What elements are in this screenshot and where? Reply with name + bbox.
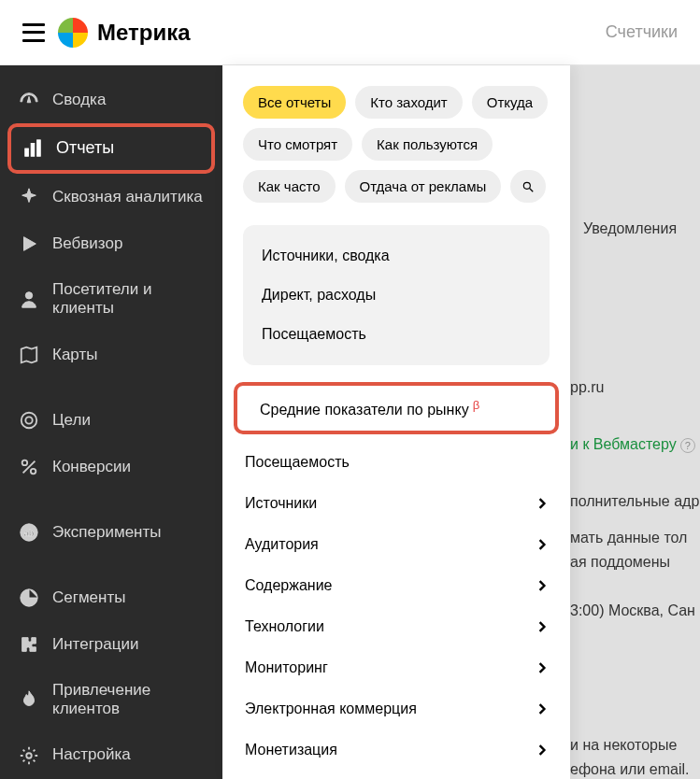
chip-all-reports[interactable]: Все отчеты [243,86,346,119]
chip-ad-return[interactable]: Отдача от рекламы [345,170,502,203]
report-label: Средние показатели по рынкуβ [260,398,479,418]
svg-point-6 [22,460,28,465]
svg-point-12 [524,182,531,189]
report-label: Монетизация [245,742,337,758]
puzzle-icon [19,634,39,655]
sidebar: Сводка Отчеты Сквозная аналитика Вебвизо… [0,65,222,779]
reports-popover: Все отчеты Кто заходит Откуда Что смотря… [222,65,570,779]
chip-how-used[interactable]: Как пользуются [362,128,493,161]
sidebar-item-goals[interactable]: Цели [0,397,222,444]
chip-what-viewed[interactable]: Что смотрят [243,128,352,161]
report-label: Мониторинг [245,659,328,676]
sidebar-item-acquisition[interactable]: Привлечение клиентов [0,668,222,732]
gear-icon [19,745,39,766]
sidebar-item-label: Посетители и клиенты [52,280,204,319]
fav-report-traffic[interactable]: Посещаемость [243,315,550,354]
sidebar-item-label: Цели [52,411,91,430]
svg-rect-1 [31,144,35,157]
sidebar-item-label: Карты [52,346,97,364]
sidebar-item-reports[interactable]: Отчеты [11,127,211,170]
sparkle-icon [19,187,39,207]
report-label: Источники [245,495,317,512]
target-icon [19,410,39,431]
sidebar-item-integrations[interactable]: Интеграции [0,621,222,668]
svg-text:ab: ab [24,528,35,537]
report-label: Аудитория [245,536,319,553]
counters-link[interactable]: Счетчики [606,22,678,42]
fav-report-direct[interactable]: Директ, расходы [243,276,550,315]
background-dimmed-content: Уведомления pp.ru и к Вебмастеру? полнит… [570,65,700,779]
bg-domain: pp.ru [570,379,604,396]
sidebar-item-maps[interactable]: Карты [0,332,222,378]
chip-from-where[interactable]: Откуда [472,86,548,119]
report-row-audience[interactable]: Аудитория [222,524,570,565]
chip-search[interactable] [510,170,546,203]
bg-notify1: и на некоторые [570,737,677,754]
topbar: Метрика Счетчики [0,0,700,65]
sidebar-item-webvisor[interactable]: Вебвизор [0,220,222,267]
chip-who-visits[interactable]: Кто заходит [355,86,463,119]
flame-icon [19,689,39,710]
sidebar-item-visitors[interactable]: Посетители и клиенты [0,267,222,332]
search-icon [521,180,535,193]
svg-rect-2 [37,140,41,156]
main-area: Сводка Отчеты Сквозная аналитика Вебвизо… [0,65,700,779]
report-row-technology[interactable]: Технологии [222,606,570,647]
sidebar-item-label: Сегменты [52,588,125,607]
report-row-monetization[interactable]: Монетизация [222,729,570,771]
brand-logo-icon [58,18,88,48]
sidebar-item-label: Отчеты [56,138,114,159]
bg-addr: полнительные адр [570,493,699,510]
sidebar-item-label: Конверсии [52,458,131,476]
sidebar-item-label: Интеграции [52,635,139,654]
percent-icon [19,457,39,477]
report-row-content[interactable]: Содержание [222,565,570,606]
bars-icon [22,138,43,159]
chevron-right-icon [536,744,548,756]
svg-line-8 [23,460,36,473]
bg-notify2: ефона или email. Г [570,761,700,779]
ab-icon: ab [19,522,39,543]
svg-point-7 [31,469,36,474]
sidebar-item-label: Вебвизор [52,234,122,253]
report-row-monitoring[interactable]: Мониторинг [222,647,570,688]
bg-data-only: мать данные тол [570,530,687,546]
chevron-right-icon [536,662,548,673]
sidebar-item-label: Привлечение клиентов [52,681,204,719]
bg-webmaster: и к Вебмастеру? [570,436,695,453]
sidebar-item-summary[interactable]: Сводка [0,77,222,123]
report-label: Электронная коммерция [245,701,417,717]
svg-point-4 [21,413,37,429]
sidebar-item-experiments[interactable]: ab Эксперименты [0,509,222,556]
report-row-traffic[interactable]: Посещаемость [222,442,570,483]
brand-logo[interactable]: Метрика [58,18,191,48]
person-icon [19,289,39,309]
sidebar-item-endtoend[interactable]: Сквозная аналитика [0,174,222,220]
sidebar-item-label: Эксперименты [52,523,162,542]
sidebar-item-segments[interactable]: Сегменты [0,574,222,621]
chip-how-often[interactable]: Как часто [243,170,336,203]
gauge-icon [19,90,39,110]
menu-burger-icon[interactable] [22,23,45,42]
sidebar-item-conversions[interactable]: Конверсии [0,444,222,490]
favorite-reports-box: Источники, сводка Директ, расходы Посеща… [243,225,550,365]
chevron-right-icon [536,498,548,509]
sidebar-item-settings[interactable]: Настройка [0,732,222,779]
bg-subdomains: ая поддомены [570,554,670,571]
play-icon [19,234,39,254]
report-row-market-avg[interactable]: Средние показатели по рынкуβ [237,386,555,431]
chevron-right-icon [536,539,548,550]
report-row-sources[interactable]: Источники [222,483,570,524]
sidebar-item-label: Сквозная аналитика [52,188,203,206]
fav-report-sources[interactable]: Источники, сводка [243,236,550,276]
svg-point-5 [25,417,32,423]
sidebar-item-label: Настройка [52,745,131,764]
topbar-left: Метрика [22,18,191,48]
report-highlight-market-avg: Средние показатели по рынкуβ [234,382,559,434]
chevron-right-icon [536,580,548,591]
chevron-right-icon [536,703,548,715]
report-filter-chips: Все отчеты Кто заходит Откуда Что смотря… [222,86,570,218]
brand-name: Метрика [97,20,191,46]
sidebar-item-label: Сводка [52,91,106,109]
report-row-ecommerce[interactable]: Электронная коммерция [222,688,570,729]
